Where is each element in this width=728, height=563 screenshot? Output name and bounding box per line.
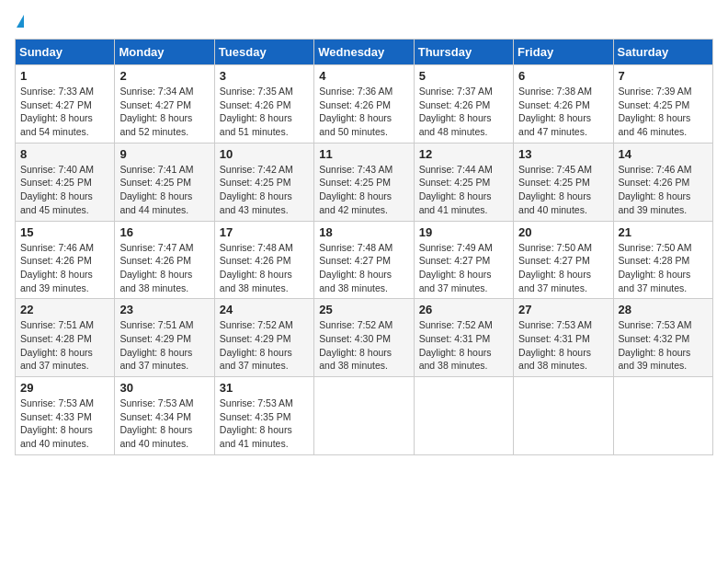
calendar-cell: 18 Sunrise: 7:48 AMSunset: 4:27 PMDaylig… — [314, 221, 414, 299]
day-number: 27 — [518, 303, 608, 316]
day-info: Sunrise: 7:51 AMSunset: 4:29 PMDaylight:… — [119, 319, 193, 371]
day-info: Sunrise: 7:34 AMSunset: 4:27 PMDaylight:… — [119, 86, 193, 137]
calendar-cell: 10 Sunrise: 7:42 AMSunset: 4:25 PMDaylig… — [214, 143, 313, 221]
day-info: Sunrise: 7:42 AMSunset: 4:25 PMDaylight:… — [220, 164, 293, 215]
calendar-cell: 1 Sunrise: 7:33 AMSunset: 4:27 PMDayligh… — [16, 65, 115, 144]
day-info: Sunrise: 7:41 AMSunset: 4:25 PMDaylight:… — [119, 164, 193, 215]
day-info: Sunrise: 7:39 AMSunset: 4:25 PMDaylight:… — [619, 86, 692, 137]
day-info: Sunrise: 7:48 AMSunset: 4:27 PMDaylight:… — [319, 242, 392, 293]
calendar-cell: 13 Sunrise: 7:45 AMSunset: 4:25 PMDaylig… — [514, 143, 613, 221]
calendar-cell: 23 Sunrise: 7:51 AMSunset: 4:29 PMDaylig… — [115, 299, 214, 377]
day-info: Sunrise: 7:53 AMSunset: 4:31 PMDaylight:… — [518, 319, 592, 371]
day-number: 31 — [220, 381, 309, 395]
calendar-cell: 16 Sunrise: 7:47 AMSunset: 4:26 PMDaylig… — [115, 221, 214, 299]
day-number: 12 — [419, 147, 508, 161]
calendar-cell — [414, 377, 513, 455]
day-info: Sunrise: 7:50 AMSunset: 4:28 PMDaylight:… — [619, 242, 692, 293]
day-info: Sunrise: 7:52 AMSunset: 4:30 PMDaylight:… — [319, 319, 392, 371]
calendar-cell: 24 Sunrise: 7:52 AMSunset: 4:29 PMDaylig… — [214, 299, 313, 377]
calendar-cell: 2 Sunrise: 7:34 AMSunset: 4:27 PMDayligh… — [115, 65, 214, 144]
day-info: Sunrise: 7:47 AMSunset: 4:26 PMDaylight:… — [119, 242, 193, 293]
day-number: 15 — [20, 225, 109, 239]
calendar-cell: 4 Sunrise: 7:36 AMSunset: 4:26 PMDayligh… — [314, 65, 414, 144]
day-number: 14 — [619, 147, 708, 161]
calendar-cell: 28 Sunrise: 7:53 AMSunset: 4:32 PMDaylig… — [613, 299, 712, 377]
day-number: 2 — [119, 69, 209, 83]
calendar-cell: 30 Sunrise: 7:53 AMSunset: 4:34 PMDaylig… — [115, 377, 214, 455]
calendar-cell: 22 Sunrise: 7:51 AMSunset: 4:28 PMDaylig… — [16, 299, 115, 377]
calendar-week-4: 22 Sunrise: 7:51 AMSunset: 4:28 PMDaylig… — [16, 299, 713, 377]
day-info: Sunrise: 7:33 AMSunset: 4:27 PMDaylight:… — [20, 86, 94, 137]
calendar-cell: 11 Sunrise: 7:43 AMSunset: 4:25 PMDaylig… — [314, 143, 414, 221]
calendar-cell: 26 Sunrise: 7:52 AMSunset: 4:31 PMDaylig… — [414, 299, 513, 377]
calendar-week-2: 8 Sunrise: 7:40 AMSunset: 4:25 PMDayligh… — [16, 143, 713, 221]
day-number: 3 — [220, 69, 309, 83]
calendar-cell: 17 Sunrise: 7:48 AMSunset: 4:26 PMDaylig… — [214, 221, 313, 299]
day-info: Sunrise: 7:50 AMSunset: 4:27 PMDaylight:… — [518, 242, 592, 293]
calendar-cell: 19 Sunrise: 7:49 AMSunset: 4:27 PMDaylig… — [414, 221, 513, 299]
day-info: Sunrise: 7:46 AMSunset: 4:26 PMDaylight:… — [20, 242, 94, 293]
calendar-cell: 14 Sunrise: 7:46 AMSunset: 4:26 PMDaylig… — [613, 143, 712, 221]
calendar-table: SundayMondayTuesdayWednesdayThursdayFrid… — [15, 39, 713, 455]
day-number: 10 — [220, 147, 309, 161]
day-number: 20 — [518, 225, 608, 239]
calendar-cell: 9 Sunrise: 7:41 AMSunset: 4:25 PMDayligh… — [115, 143, 214, 221]
day-info: Sunrise: 7:51 AMSunset: 4:28 PMDaylight:… — [20, 319, 94, 371]
day-number: 8 — [20, 147, 109, 161]
calendar-cell: 6 Sunrise: 7:38 AMSunset: 4:26 PMDayligh… — [514, 65, 613, 144]
day-info: Sunrise: 7:53 AMSunset: 4:33 PMDaylight:… — [20, 397, 94, 449]
day-info: Sunrise: 7:43 AMSunset: 4:25 PMDaylight:… — [319, 164, 392, 215]
calendar-cell: 25 Sunrise: 7:52 AMSunset: 4:30 PMDaylig… — [314, 299, 414, 377]
day-number: 11 — [319, 147, 408, 161]
day-number: 30 — [119, 381, 209, 395]
day-info: Sunrise: 7:45 AMSunset: 4:25 PMDaylight:… — [518, 164, 592, 215]
day-number: 4 — [319, 69, 408, 83]
day-info: Sunrise: 7:35 AMSunset: 4:26 PMDaylight:… — [220, 86, 293, 137]
calendar-week-1: 1 Sunrise: 7:33 AMSunset: 4:27 PMDayligh… — [16, 65, 713, 144]
day-info: Sunrise: 7:49 AMSunset: 4:27 PMDaylight:… — [419, 242, 493, 293]
day-info: Sunrise: 7:48 AMSunset: 4:26 PMDaylight:… — [220, 242, 293, 293]
day-number: 26 — [419, 303, 508, 316]
day-number: 29 — [20, 381, 109, 395]
weekday-header-row: SundayMondayTuesdayWednesdayThursdayFrid… — [16, 40, 713, 65]
day-number: 5 — [419, 69, 508, 83]
calendar-cell: 27 Sunrise: 7:53 AMSunset: 4:31 PMDaylig… — [514, 299, 613, 377]
day-number: 24 — [220, 303, 309, 316]
day-number: 7 — [619, 69, 708, 83]
calendar-week-5: 29 Sunrise: 7:53 AMSunset: 4:33 PMDaylig… — [16, 377, 713, 455]
calendar-cell: 21 Sunrise: 7:50 AMSunset: 4:28 PMDaylig… — [613, 221, 712, 299]
day-number: 22 — [20, 303, 109, 316]
day-info: Sunrise: 7:37 AMSunset: 4:26 PMDaylight:… — [419, 86, 493, 137]
day-info: Sunrise: 7:44 AMSunset: 4:25 PMDaylight:… — [419, 164, 493, 215]
day-number: 18 — [319, 225, 408, 239]
weekday-header-thursday: Thursday — [414, 40, 513, 65]
weekday-header-tuesday: Tuesday — [214, 40, 313, 65]
calendar-cell: 31 Sunrise: 7:53 AMSunset: 4:35 PMDaylig… — [214, 377, 313, 455]
day-number: 17 — [220, 225, 309, 239]
calendar-cell: 12 Sunrise: 7:44 AMSunset: 4:25 PMDaylig… — [414, 143, 513, 221]
calendar-cell — [514, 377, 613, 455]
day-info: Sunrise: 7:40 AMSunset: 4:25 PMDaylight:… — [20, 164, 94, 215]
day-number: 1 — [20, 69, 109, 83]
calendar-body: 1 Sunrise: 7:33 AMSunset: 4:27 PMDayligh… — [16, 65, 713, 455]
day-info: Sunrise: 7:52 AMSunset: 4:29 PMDaylight:… — [220, 319, 293, 371]
day-info: Sunrise: 7:53 AMSunset: 4:35 PMDaylight:… — [220, 397, 293, 449]
day-info: Sunrise: 7:53 AMSunset: 4:32 PMDaylight:… — [619, 319, 692, 371]
day-number: 19 — [419, 225, 508, 239]
day-number: 13 — [518, 147, 608, 161]
calendar-cell — [613, 377, 712, 455]
day-number: 21 — [619, 225, 708, 239]
weekday-header-sunday: Sunday — [16, 40, 115, 65]
logo-icon — [17, 15, 24, 28]
weekday-header-saturday: Saturday — [613, 40, 712, 65]
day-number: 6 — [518, 69, 608, 83]
calendar-cell: 29 Sunrise: 7:53 AMSunset: 4:33 PMDaylig… — [16, 377, 115, 455]
day-info: Sunrise: 7:52 AMSunset: 4:31 PMDaylight:… — [419, 319, 493, 371]
day-info: Sunrise: 7:36 AMSunset: 4:26 PMDaylight:… — [319, 86, 392, 137]
day-info: Sunrise: 7:46 AMSunset: 4:26 PMDaylight:… — [619, 164, 692, 215]
calendar-cell: 8 Sunrise: 7:40 AMSunset: 4:25 PMDayligh… — [16, 143, 115, 221]
logo — [15, 15, 24, 28]
calendar-cell — [314, 377, 414, 455]
page-header — [15, 15, 713, 28]
day-info: Sunrise: 7:38 AMSunset: 4:26 PMDaylight:… — [518, 86, 592, 137]
